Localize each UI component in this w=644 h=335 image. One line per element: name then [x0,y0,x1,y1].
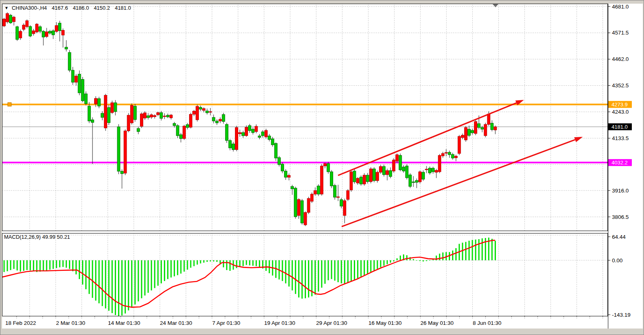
svg-text:4181.0: 4181.0 [612,124,628,130]
svg-text:4032.2: 4032.2 [612,160,628,166]
chart-canvas[interactable]: 4681.04571.54462.04352.54243.04133.53916… [2,4,643,329]
quote-close: 4181.0 [115,5,131,11]
macd-indicator-label: MACD(12,26,9) 49.99 50.21 [4,234,70,240]
svg-text:4462.0: 4462.0 [612,56,629,62]
chart-plot-area[interactable]: 4681.04571.54462.04352.54243.04133.53916… [2,4,643,330]
hline-handle[interactable] [8,103,11,106]
svg-text:3916.0: 3916.0 [612,188,629,194]
symbol-dropdown-icon[interactable]: ▼ [4,6,9,10]
svg-text:3806.5: 3806.5 [612,214,629,220]
chart-window: 4681.04571.54462.04352.54243.04133.53916… [0,0,644,335]
svg-text:0.00: 0.00 [612,257,622,264]
symbol-period-label: CHINA300-,H4 [12,5,47,11]
svg-text:29 Apr 01:30: 29 Apr 01:30 [316,320,347,326]
svg-text:7 Apr 01:30: 7 Apr 01:30 [212,320,240,326]
svg-text:26 May 01:30: 26 May 01:30 [420,320,454,326]
svg-text:64.44: 64.44 [612,234,626,240]
quote-low: 4150.2 [94,5,110,11]
svg-text:4352.5: 4352.5 [612,82,629,89]
svg-text:4243.0: 4243.0 [612,109,629,115]
svg-text:16 May 01:30: 16 May 01:30 [368,320,402,326]
svg-text:19 Apr 01:30: 19 Apr 01:30 [264,320,295,326]
svg-text:18 Feb 2022: 18 Feb 2022 [5,320,36,326]
svg-text:-143.19: -143.19 [612,312,631,318]
svg-text:4571.5: 4571.5 [612,30,629,36]
svg-text:4273.9: 4273.9 [612,102,628,108]
svg-text:14 Mar 01:30: 14 Mar 01:30 [108,320,140,326]
svg-text:2 Mar 01:30: 2 Mar 01:30 [56,320,85,326]
quote-high: 4186.0 [73,5,89,11]
quote-header: ▼CHINA300-,H44167.64186.04150.24181.0 [4,5,131,11]
svg-text:4133.5: 4133.5 [612,135,629,141]
quote-open: 4167.6 [52,5,68,11]
svg-text:24 Mar 01:30: 24 Mar 01:30 [160,320,192,326]
svg-text:8 Jun 01:30: 8 Jun 01:30 [473,320,502,326]
svg-text:4681.0: 4681.0 [612,4,629,10]
